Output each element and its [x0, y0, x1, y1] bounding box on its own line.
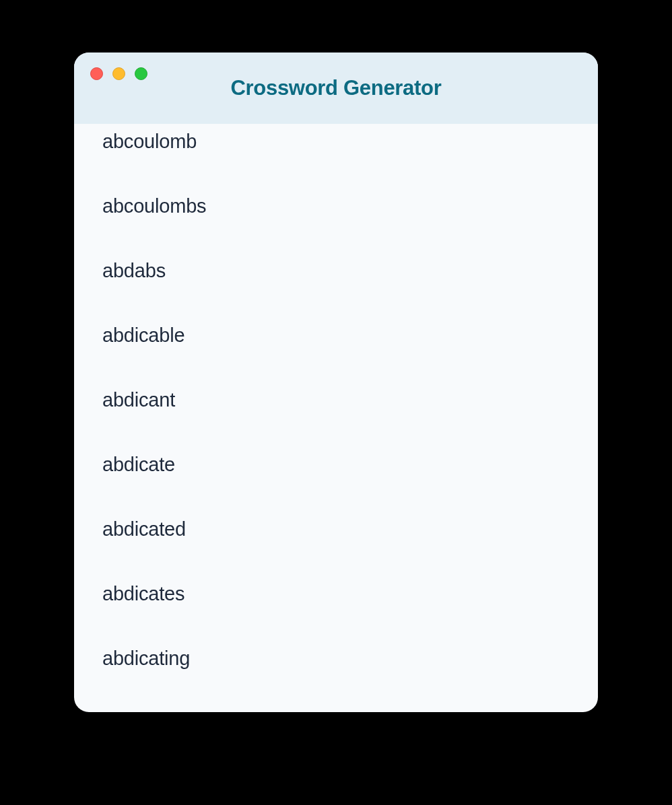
list-item[interactable]: abcoulomb — [102, 124, 206, 174]
list-item[interactable]: abdicate — [102, 432, 206, 497]
list-item[interactable]: abdicable — [102, 303, 206, 368]
content-area[interactable]: abcoulomb abcoulombs abdabs abdicable ab… — [74, 124, 598, 712]
word-list: abcoulomb abcoulombs abdabs abdicable ab… — [102, 124, 206, 712]
app-window: Crossword Generator abcoulomb abcoulombs… — [74, 53, 598, 712]
list-item[interactable]: abcoulombs — [102, 174, 206, 238]
list-item[interactable]: abdication — [102, 691, 206, 712]
app-title: Crossword Generator — [231, 76, 442, 100]
list-item[interactable]: abdabs — [102, 238, 206, 303]
list-item[interactable]: abdicating — [102, 626, 206, 691]
list-item[interactable]: abdicated — [102, 497, 206, 561]
close-window-button[interactable] — [90, 67, 103, 80]
minimize-window-button[interactable] — [112, 67, 125, 80]
list-item[interactable]: abdicant — [102, 368, 206, 432]
window-controls — [90, 67, 147, 80]
maximize-window-button[interactable] — [135, 67, 147, 80]
list-item[interactable]: abdicates — [102, 561, 206, 626]
titlebar: Crossword Generator — [74, 53, 598, 124]
